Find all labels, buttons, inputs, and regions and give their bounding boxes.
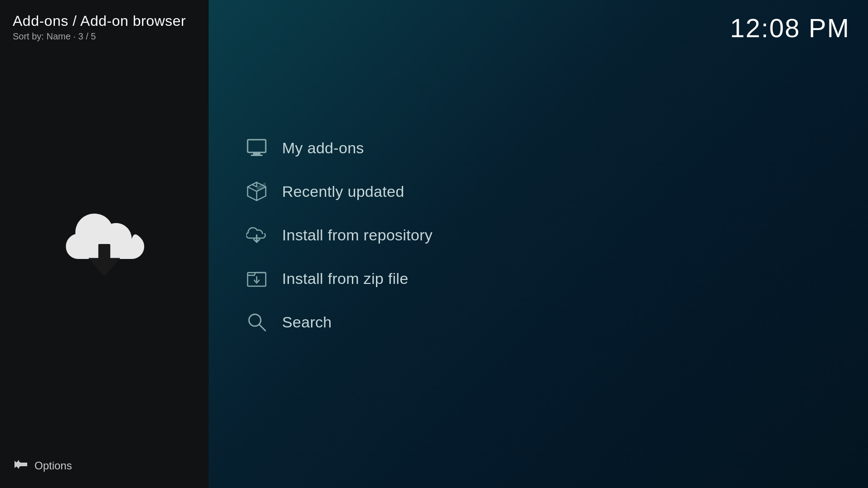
my-addons-label: My add-ons (282, 139, 364, 157)
svg-line-15 (252, 185, 257, 187)
box-icon (245, 180, 268, 203)
svg-rect-8 (251, 155, 263, 156)
cloud-download-small-icon (245, 223, 268, 247)
svg-line-11 (248, 187, 257, 191)
svg-marker-1 (88, 258, 120, 277)
clock: 12:08 PM (730, 13, 850, 43)
sidebar-header: Add-ons / Add-on browser Sort by: Name ·… (13, 13, 186, 42)
search-icon (245, 310, 268, 334)
addon-browser-icon (50, 190, 159, 298)
recently-updated-label: Recently updated (282, 183, 404, 200)
svg-rect-6 (248, 140, 266, 152)
menu-item-install-from-repository[interactable]: Install from repository (236, 215, 841, 255)
search-label: Search (282, 313, 332, 331)
install-from-zip-label: Install from zip file (282, 270, 408, 288)
options-label: Options (34, 459, 72, 472)
monitor-icon (245, 136, 268, 160)
options-button[interactable]: Options (13, 456, 72, 475)
main-content: 12:08 PM My add-ons (209, 0, 868, 488)
sidebar: Add-ons / Add-on browser Sort by: Name ·… (0, 0, 209, 488)
menu-list: My add-ons Recently updated (236, 0, 841, 479)
page-title: Add-ons / Add-on browser (13, 13, 186, 29)
options-arrow-icon (13, 456, 29, 475)
svg-line-20 (259, 325, 265, 331)
zip-icon (245, 267, 268, 290)
page-subtitle: Sort by: Name · 3 / 5 (13, 31, 186, 42)
menu-item-my-addons[interactable]: My add-ons (236, 128, 841, 168)
menu-item-search[interactable]: Search (236, 302, 841, 342)
menu-item-install-from-zip[interactable]: Install from zip file (236, 259, 841, 298)
menu-item-recently-updated[interactable]: Recently updated (236, 171, 841, 211)
install-from-repository-label: Install from repository (282, 226, 433, 244)
svg-rect-7 (253, 152, 260, 155)
svg-marker-10 (257, 182, 266, 191)
